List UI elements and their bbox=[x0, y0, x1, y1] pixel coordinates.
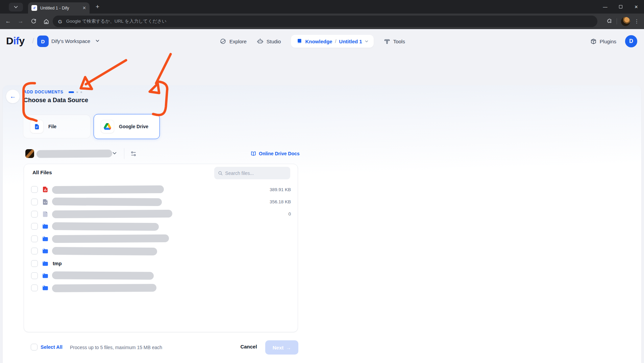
hammer-icon bbox=[384, 38, 390, 45]
close-button[interactable]: ✕ bbox=[628, 0, 644, 14]
select-all-checkbox[interactable] bbox=[31, 344, 38, 350]
nav-dataset-name[interactable]: Untitled 1 bbox=[339, 39, 362, 44]
file-checkbox[interactable] bbox=[31, 186, 38, 193]
folder-icon bbox=[42, 285, 49, 291]
chevron-down-icon[interactable] bbox=[365, 40, 368, 43]
drive-account-avatar[interactable] bbox=[25, 149, 34, 158]
step-dot bbox=[76, 91, 78, 93]
tab-search-button[interactable] bbox=[9, 3, 23, 12]
file-checkbox[interactable] bbox=[31, 260, 38, 267]
file-row[interactable] bbox=[24, 282, 298, 294]
filter-settings-icon[interactable] bbox=[130, 150, 137, 157]
nav-tools[interactable]: Tools bbox=[384, 38, 405, 45]
file-source-label: File bbox=[48, 124, 56, 129]
redacted-account-name bbox=[36, 150, 112, 158]
file-checkbox[interactable] bbox=[31, 248, 38, 254]
file-checkbox[interactable] bbox=[31, 199, 38, 205]
tab-title: Untitled 1 - Dify bbox=[40, 6, 80, 10]
nav-studio[interactable]: Studio bbox=[257, 38, 281, 45]
file-row[interactable] bbox=[24, 270, 298, 282]
file-checkbox[interactable] bbox=[31, 223, 38, 230]
file-row[interactable]: tmp bbox=[24, 257, 298, 269]
dify-favicon: if bbox=[31, 5, 37, 11]
file-row[interactable] bbox=[24, 233, 298, 245]
chevron-down-icon bbox=[96, 40, 99, 42]
online-drive-docs-link[interactable]: Online Drive Docs bbox=[250, 151, 300, 157]
data-source-file[interactable]: File bbox=[23, 115, 91, 138]
file-source-tile bbox=[30, 120, 44, 133]
folder-icon bbox=[42, 248, 49, 254]
extensions-icon[interactable] bbox=[606, 18, 613, 25]
package-icon bbox=[590, 38, 597, 45]
redacted-file-name bbox=[52, 234, 169, 243]
file-size: 389.91 KB bbox=[270, 187, 291, 192]
minimize-button[interactable]: — bbox=[597, 0, 613, 14]
redacted-file-name bbox=[52, 247, 157, 255]
step-dot bbox=[69, 91, 74, 93]
window-controls: — ✕ bbox=[597, 0, 644, 14]
plugins-button[interactable]: Plugins bbox=[590, 38, 616, 45]
file-row[interactable]: 356.18 KB bbox=[24, 196, 298, 208]
address-bar[interactable]: G Google で検索するか、URL を入力してください bbox=[53, 16, 597, 27]
user-avatar[interactable]: D bbox=[625, 35, 637, 47]
online-drive-docs-label: Online Drive Docs bbox=[259, 151, 300, 156]
home-button[interactable] bbox=[43, 18, 49, 24]
gdrive-source-label: Google Drive bbox=[119, 124, 148, 129]
search-box bbox=[214, 167, 290, 179]
redacted-file-name bbox=[52, 272, 154, 280]
maximize-button[interactable] bbox=[613, 0, 628, 14]
reload-button[interactable] bbox=[30, 18, 36, 24]
data-source-google-drive[interactable]: Google Drive bbox=[94, 114, 160, 139]
robot-icon bbox=[257, 38, 264, 45]
page-title: Choose a Data Source bbox=[24, 97, 88, 104]
dify-logo[interactable]: Dify bbox=[6, 35, 25, 47]
arrow-right-icon: → bbox=[286, 345, 291, 350]
file-checkbox[interactable] bbox=[31, 272, 38, 279]
browser-tab[interactable]: if Untitled 1 - Dify ✕ bbox=[28, 2, 90, 14]
file-row[interactable]: 389.91 KB bbox=[24, 183, 298, 196]
workspace-name[interactable]: Dify's Workspace bbox=[51, 38, 90, 44]
cancel-button[interactable]: Cancel bbox=[237, 344, 261, 349]
redacted-file-name bbox=[52, 185, 164, 194]
breadcrumb: ADD DOCUMENTS bbox=[24, 90, 64, 94]
workspace-avatar[interactable]: D bbox=[37, 36, 49, 47]
home-icon bbox=[43, 18, 49, 24]
pill-slash: / bbox=[335, 39, 336, 44]
step-dot bbox=[80, 91, 82, 93]
new-tab-button[interactable]: + bbox=[96, 3, 99, 10]
file-checkbox[interactable] bbox=[31, 285, 38, 291]
forward-button[interactable]: → bbox=[18, 18, 24, 24]
file-size: 0 bbox=[288, 211, 291, 217]
upload-limit-hint: Process up to 5 files, maximum 15 MB eac… bbox=[70, 345, 162, 350]
content-card: ← ADD DOCUMENTS / Choose a Data Source F… bbox=[3, 85, 641, 363]
file-checkbox[interactable] bbox=[31, 235, 38, 242]
chevron-down-icon[interactable] bbox=[113, 152, 117, 155]
back-button[interactable]: ← bbox=[5, 18, 11, 24]
step-indicator bbox=[69, 91, 82, 93]
gdrive-source-tile bbox=[101, 120, 114, 133]
browser-menu-icon[interactable]: ⋮ bbox=[634, 18, 639, 24]
toolbar-divider bbox=[617, 18, 617, 24]
explore-icon bbox=[220, 38, 226, 45]
file-row[interactable]: 0 bbox=[24, 208, 298, 220]
nav-explore[interactable]: Explore bbox=[220, 38, 247, 45]
back-button-page[interactable]: ← bbox=[6, 89, 20, 104]
file-name: tmp bbox=[53, 261, 62, 266]
logo-letter: y bbox=[19, 35, 25, 46]
tab-close-icon[interactable]: ✕ bbox=[82, 5, 86, 10]
dify-app: Dify / D Dify's Workspace Explore Studio… bbox=[0, 29, 644, 363]
file-row[interactable] bbox=[24, 245, 298, 257]
next-button[interactable]: Next → bbox=[265, 340, 298, 355]
select-all-label[interactable]: Select All bbox=[41, 344, 63, 350]
nav-knowledge[interactable]: Knowledge bbox=[305, 39, 332, 44]
google-g-icon: G bbox=[58, 19, 62, 24]
nav-knowledge-pill: Knowledge / Untitled 1 bbox=[291, 35, 373, 48]
folder-icon bbox=[42, 260, 49, 267]
search-files-input[interactable] bbox=[225, 171, 287, 176]
browser-profile-avatar[interactable] bbox=[621, 17, 630, 26]
main-nav: Explore Studio Knowledge / Untitled 1 To… bbox=[220, 29, 405, 53]
file-row[interactable] bbox=[24, 220, 298, 232]
folder-icon bbox=[42, 272, 49, 279]
app-header: Dify / D Dify's Workspace Explore Studio… bbox=[0, 29, 644, 53]
file-checkbox[interactable] bbox=[31, 211, 38, 218]
